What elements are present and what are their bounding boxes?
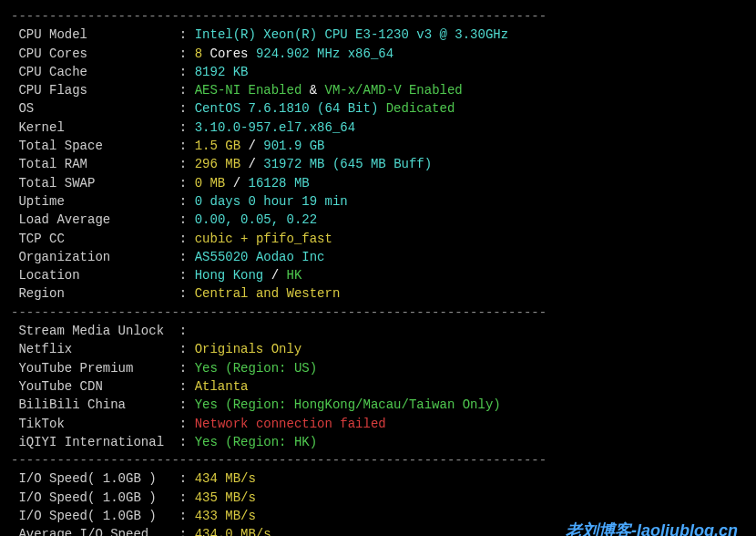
uptime-row: Uptime : 0 days 0 hour 19 min xyxy=(11,192,745,211)
cpu-model-label: CPU Model xyxy=(11,26,179,44)
space-row: Total Space : 1.5 GB / 901.9 GB xyxy=(11,137,745,155)
space-label: Total Space xyxy=(11,137,179,155)
netflix-label: Netflix xyxy=(11,340,179,358)
iqiyi-label: iQIYI International xyxy=(11,433,179,451)
yt-cdn-value: Atlanta xyxy=(195,379,249,394)
io-avg-value: 434.0 MB/s xyxy=(195,527,271,536)
netflix-row: Netflix : Originals Only xyxy=(11,340,745,358)
region-row: Region : Central and Western xyxy=(11,284,745,303)
io-label-2: I/O Speed( 1.0GB ) xyxy=(11,489,179,507)
location-row: Location : Hong Kong / HK xyxy=(11,266,745,284)
iqiyi-value: Yes (Region: HK) xyxy=(195,435,317,449)
io-value-2: 435 MB/s xyxy=(195,490,256,505)
tcp-value: cubic + pfifo_fast xyxy=(195,232,332,246)
watermark: 老刘博客-laoliublog.cn xyxy=(566,519,738,536)
vmx-value: VM-x/AMD-V Enabled xyxy=(325,83,463,98)
divider: ----------------------------------------… xyxy=(11,7,745,26)
cpu-cores-count: 8 xyxy=(195,46,202,61)
ram-buff: (645 MB Buff) xyxy=(325,157,433,171)
ram-total: 31972 MB xyxy=(263,157,324,171)
os-label: OS xyxy=(11,99,179,118)
kernel-value: 3.10.0-957.el7.x86_64 xyxy=(195,120,355,135)
cpu-freq: 924.902 MHz x86_64 xyxy=(256,46,393,61)
tcp-label: TCP CC xyxy=(11,230,179,248)
os-type: Dedicated xyxy=(378,101,455,116)
tiktok-label: TikTok xyxy=(11,415,179,433)
load-value: 0.00, 0.05, 0.22 xyxy=(195,212,317,227)
cpu-cores-label: CPU Cores xyxy=(11,45,179,63)
iqiyi-row: iQIYI International : Yes (Region: HK) xyxy=(11,433,745,451)
cpu-cache-label: CPU Cache xyxy=(11,63,179,81)
load-label: Load Average xyxy=(11,211,179,229)
os-row: OS : CentOS 7.6.1810 (64 Bit) Dedicated xyxy=(11,99,745,118)
org-label: Organization xyxy=(11,248,179,266)
uptime-value: 0 days 0 hour 19 min xyxy=(195,194,348,209)
swap-label: Total SWAP xyxy=(11,174,179,192)
location-label: Location xyxy=(11,266,179,284)
bilibili-label: BiliBili China xyxy=(11,396,179,414)
kernel-row: Kernel : 3.10.0-957.el7.x86_64 xyxy=(11,119,745,137)
yt-premium-value: Yes (Region: US) xyxy=(195,361,317,376)
ram-row: Total RAM : 296 MB / 31972 MB (645 MB Bu… xyxy=(11,155,745,173)
load-row: Load Average : 0.00, 0.05, 0.22 xyxy=(11,211,745,229)
stream-header: Stream Media Unlock : xyxy=(11,322,745,340)
uptime-label: Uptime xyxy=(11,192,179,211)
io-label-1: I/O Speed( 1.0GB ) xyxy=(11,469,179,488)
netflix-value: Originals Only xyxy=(195,342,302,356)
space-used: 1.5 GB xyxy=(195,139,240,153)
bilibili-value: Yes (Region: HongKong/Macau/Taiwan Only) xyxy=(195,397,501,412)
region-value: Central and Western xyxy=(195,286,341,301)
io-value-3: 433 MB/s xyxy=(195,509,256,523)
swap-used: 0 MB xyxy=(195,176,226,191)
tiktok-row: TikTok : Network connection failed xyxy=(11,415,745,433)
io-row-1: I/O Speed( 1.0GB ) : 434 MB/s xyxy=(11,469,745,488)
cpu-cache-value: 8192 KB xyxy=(195,65,249,79)
yt-cdn-label: YouTube CDN xyxy=(11,377,179,396)
cpu-cores-row: CPU Cores : 8 Cores 924.902 MHz x86_64 xyxy=(11,45,745,63)
yt-cdn-row: YouTube CDN : Atlanta xyxy=(11,377,745,396)
io-label-3: I/O Speed( 1.0GB ) xyxy=(11,507,179,525)
org-value: AS55020 Aodao Inc xyxy=(195,250,325,264)
ram-used: 296 MB xyxy=(195,157,240,171)
aes-ni-value: AES-NI Enabled xyxy=(195,83,302,98)
ram-label: Total RAM xyxy=(11,155,179,173)
tcp-row: TCP CC : cubic + pfifo_fast xyxy=(11,230,745,248)
os-value: CentOS 7.6.1810 (64 Bit) xyxy=(195,101,379,116)
bilibili-row: BiliBili China : Yes (Region: HongKong/M… xyxy=(11,396,745,414)
yt-premium-row: YouTube Premium : Yes (Region: US) xyxy=(11,359,745,377)
divider: ----------------------------------------… xyxy=(11,304,745,322)
cpu-flags-label: CPU Flags xyxy=(11,81,179,99)
swap-total: 16128 MB xyxy=(248,176,309,191)
swap-row: Total SWAP : 0 MB / 16128 MB xyxy=(11,174,745,192)
yt-premium-label: YouTube Premium xyxy=(11,359,179,377)
org-row: Organization : AS55020 Aodao Inc xyxy=(11,248,745,266)
region-label: Region xyxy=(11,284,179,303)
divider: ----------------------------------------… xyxy=(11,451,745,469)
location-cc: HK xyxy=(287,268,302,283)
io-row-2: I/O Speed( 1.0GB ) : 435 MB/s xyxy=(11,489,745,507)
cpu-cache-row: CPU Cache : 8192 KB xyxy=(11,63,745,81)
tiktok-value: Network connection failed xyxy=(195,417,386,431)
io-value-1: 434 MB/s xyxy=(195,471,256,486)
io-avg-label: Average I/O Speed xyxy=(11,525,179,536)
cpu-model-row: CPU Model : Intel(R) Xeon(R) CPU E3-1230… xyxy=(11,26,745,44)
kernel-label: Kernel xyxy=(11,119,179,137)
cpu-flags-row: CPU Flags : AES-NI Enabled & VM-x/AMD-V … xyxy=(11,81,745,99)
space-total: 901.9 GB xyxy=(263,139,324,153)
location-city: Hong Kong xyxy=(195,268,264,283)
cpu-model-value: Intel(R) Xeon(R) CPU E3-1230 v3 @ 3.30GH… xyxy=(195,27,508,42)
